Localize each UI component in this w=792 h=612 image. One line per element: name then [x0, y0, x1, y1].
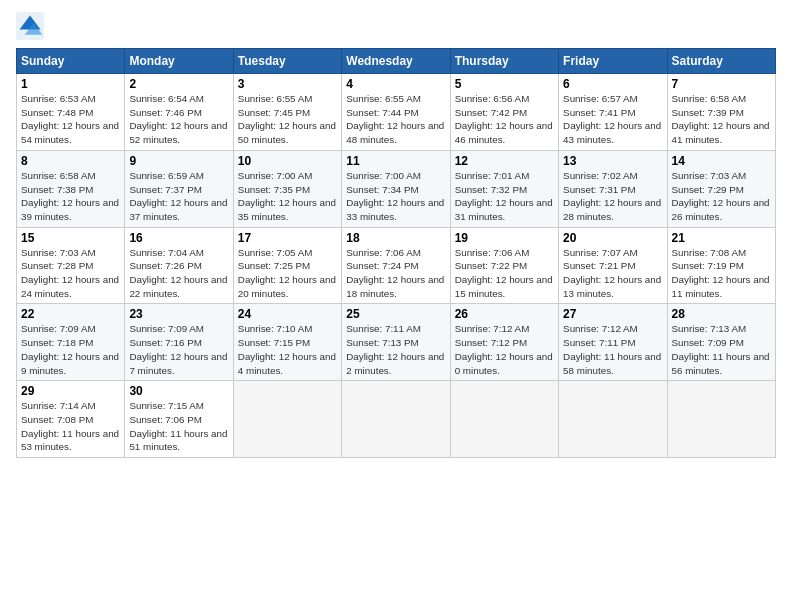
calendar-cell: 22Sunrise: 7:09 AM Sunset: 7:18 PM Dayli… — [17, 304, 125, 381]
calendar-table: SundayMondayTuesdayWednesdayThursdayFrid… — [16, 48, 776, 458]
logo — [16, 12, 48, 40]
calendar-cell: 24Sunrise: 7:10 AM Sunset: 7:15 PM Dayli… — [233, 304, 341, 381]
calendar-cell: 20Sunrise: 7:07 AM Sunset: 7:21 PM Dayli… — [559, 227, 667, 304]
day-number: 23 — [129, 307, 228, 321]
calendar-cell — [342, 381, 450, 458]
calendar-cell: 19Sunrise: 7:06 AM Sunset: 7:22 PM Dayli… — [450, 227, 558, 304]
calendar-cell: 28Sunrise: 7:13 AM Sunset: 7:09 PM Dayli… — [667, 304, 775, 381]
day-number: 26 — [455, 307, 554, 321]
day-info: Sunrise: 6:54 AM Sunset: 7:46 PM Dayligh… — [129, 92, 228, 147]
calendar-cell: 25Sunrise: 7:11 AM Sunset: 7:13 PM Dayli… — [342, 304, 450, 381]
day-info: Sunrise: 7:09 AM Sunset: 7:16 PM Dayligh… — [129, 322, 228, 377]
day-info: Sunrise: 6:55 AM Sunset: 7:45 PM Dayligh… — [238, 92, 337, 147]
day-number: 29 — [21, 384, 120, 398]
day-info: Sunrise: 7:13 AM Sunset: 7:09 PM Dayligh… — [672, 322, 771, 377]
calendar-cell: 16Sunrise: 7:04 AM Sunset: 7:26 PM Dayli… — [125, 227, 233, 304]
day-info: Sunrise: 7:15 AM Sunset: 7:06 PM Dayligh… — [129, 399, 228, 454]
day-number: 1 — [21, 77, 120, 91]
calendar-cell: 7Sunrise: 6:58 AM Sunset: 7:39 PM Daylig… — [667, 74, 775, 151]
calendar-cell — [233, 381, 341, 458]
day-number: 25 — [346, 307, 445, 321]
calendar-cell: 9Sunrise: 6:59 AM Sunset: 7:37 PM Daylig… — [125, 150, 233, 227]
day-number: 2 — [129, 77, 228, 91]
day-number: 30 — [129, 384, 228, 398]
day-number: 19 — [455, 231, 554, 245]
day-info: Sunrise: 7:10 AM Sunset: 7:15 PM Dayligh… — [238, 322, 337, 377]
day-number: 8 — [21, 154, 120, 168]
day-info: Sunrise: 7:11 AM Sunset: 7:13 PM Dayligh… — [346, 322, 445, 377]
calendar-cell: 17Sunrise: 7:05 AM Sunset: 7:25 PM Dayli… — [233, 227, 341, 304]
calendar-cell: 11Sunrise: 7:00 AM Sunset: 7:34 PM Dayli… — [342, 150, 450, 227]
day-info: Sunrise: 7:14 AM Sunset: 7:08 PM Dayligh… — [21, 399, 120, 454]
calendar-cell: 18Sunrise: 7:06 AM Sunset: 7:24 PM Dayli… — [342, 227, 450, 304]
day-info: Sunrise: 7:08 AM Sunset: 7:19 PM Dayligh… — [672, 246, 771, 301]
day-number: 17 — [238, 231, 337, 245]
day-number: 5 — [455, 77, 554, 91]
calendar-week-row: 8Sunrise: 6:58 AM Sunset: 7:38 PM Daylig… — [17, 150, 776, 227]
calendar-cell — [450, 381, 558, 458]
page: SundayMondayTuesdayWednesdayThursdayFrid… — [0, 0, 792, 612]
day-number: 6 — [563, 77, 662, 91]
calendar-header-tuesday: Tuesday — [233, 49, 341, 74]
day-number: 16 — [129, 231, 228, 245]
calendar-week-row: 15Sunrise: 7:03 AM Sunset: 7:28 PM Dayli… — [17, 227, 776, 304]
calendar-header-saturday: Saturday — [667, 49, 775, 74]
calendar-cell: 13Sunrise: 7:02 AM Sunset: 7:31 PM Dayli… — [559, 150, 667, 227]
day-info: Sunrise: 6:56 AM Sunset: 7:42 PM Dayligh… — [455, 92, 554, 147]
calendar-cell: 6Sunrise: 6:57 AM Sunset: 7:41 PM Daylig… — [559, 74, 667, 151]
day-info: Sunrise: 7:12 AM Sunset: 7:11 PM Dayligh… — [563, 322, 662, 377]
day-number: 24 — [238, 307, 337, 321]
day-info: Sunrise: 7:00 AM Sunset: 7:34 PM Dayligh… — [346, 169, 445, 224]
calendar-cell: 27Sunrise: 7:12 AM Sunset: 7:11 PM Dayli… — [559, 304, 667, 381]
day-info: Sunrise: 7:05 AM Sunset: 7:25 PM Dayligh… — [238, 246, 337, 301]
day-number: 13 — [563, 154, 662, 168]
calendar-header-friday: Friday — [559, 49, 667, 74]
calendar-cell — [667, 381, 775, 458]
calendar-header-thursday: Thursday — [450, 49, 558, 74]
calendar-cell: 3Sunrise: 6:55 AM Sunset: 7:45 PM Daylig… — [233, 74, 341, 151]
day-info: Sunrise: 6:58 AM Sunset: 7:39 PM Dayligh… — [672, 92, 771, 147]
calendar-cell: 5Sunrise: 6:56 AM Sunset: 7:42 PM Daylig… — [450, 74, 558, 151]
day-info: Sunrise: 7:00 AM Sunset: 7:35 PM Dayligh… — [238, 169, 337, 224]
header — [16, 12, 776, 40]
logo-icon — [16, 12, 44, 40]
calendar-cell: 1Sunrise: 6:53 AM Sunset: 7:48 PM Daylig… — [17, 74, 125, 151]
day-info: Sunrise: 6:59 AM Sunset: 7:37 PM Dayligh… — [129, 169, 228, 224]
day-number: 12 — [455, 154, 554, 168]
day-info: Sunrise: 7:01 AM Sunset: 7:32 PM Dayligh… — [455, 169, 554, 224]
day-info: Sunrise: 7:07 AM Sunset: 7:21 PM Dayligh… — [563, 246, 662, 301]
calendar-cell: 23Sunrise: 7:09 AM Sunset: 7:16 PM Dayli… — [125, 304, 233, 381]
calendar-cell: 14Sunrise: 7:03 AM Sunset: 7:29 PM Dayli… — [667, 150, 775, 227]
day-number: 27 — [563, 307, 662, 321]
calendar-week-row: 1Sunrise: 6:53 AM Sunset: 7:48 PM Daylig… — [17, 74, 776, 151]
calendar-cell: 8Sunrise: 6:58 AM Sunset: 7:38 PM Daylig… — [17, 150, 125, 227]
calendar-header-monday: Monday — [125, 49, 233, 74]
day-info: Sunrise: 6:57 AM Sunset: 7:41 PM Dayligh… — [563, 92, 662, 147]
day-number: 20 — [563, 231, 662, 245]
calendar-header-row: SundayMondayTuesdayWednesdayThursdayFrid… — [17, 49, 776, 74]
calendar-cell: 4Sunrise: 6:55 AM Sunset: 7:44 PM Daylig… — [342, 74, 450, 151]
calendar-week-row: 29Sunrise: 7:14 AM Sunset: 7:08 PM Dayli… — [17, 381, 776, 458]
day-number: 21 — [672, 231, 771, 245]
calendar-cell: 30Sunrise: 7:15 AM Sunset: 7:06 PM Dayli… — [125, 381, 233, 458]
day-number: 10 — [238, 154, 337, 168]
calendar-week-row: 22Sunrise: 7:09 AM Sunset: 7:18 PM Dayli… — [17, 304, 776, 381]
day-info: Sunrise: 7:12 AM Sunset: 7:12 PM Dayligh… — [455, 322, 554, 377]
day-number: 4 — [346, 77, 445, 91]
day-number: 14 — [672, 154, 771, 168]
calendar-cell: 15Sunrise: 7:03 AM Sunset: 7:28 PM Dayli… — [17, 227, 125, 304]
day-info: Sunrise: 6:58 AM Sunset: 7:38 PM Dayligh… — [21, 169, 120, 224]
calendar-cell: 10Sunrise: 7:00 AM Sunset: 7:35 PM Dayli… — [233, 150, 341, 227]
day-number: 7 — [672, 77, 771, 91]
calendar-cell — [559, 381, 667, 458]
day-info: Sunrise: 7:04 AM Sunset: 7:26 PM Dayligh… — [129, 246, 228, 301]
calendar-cell: 2Sunrise: 6:54 AM Sunset: 7:46 PM Daylig… — [125, 74, 233, 151]
day-info: Sunrise: 6:55 AM Sunset: 7:44 PM Dayligh… — [346, 92, 445, 147]
day-number: 3 — [238, 77, 337, 91]
day-info: Sunrise: 7:03 AM Sunset: 7:28 PM Dayligh… — [21, 246, 120, 301]
day-number: 11 — [346, 154, 445, 168]
day-number: 22 — [21, 307, 120, 321]
day-number: 28 — [672, 307, 771, 321]
day-info: Sunrise: 7:03 AM Sunset: 7:29 PM Dayligh… — [672, 169, 771, 224]
calendar-cell: 21Sunrise: 7:08 AM Sunset: 7:19 PM Dayli… — [667, 227, 775, 304]
